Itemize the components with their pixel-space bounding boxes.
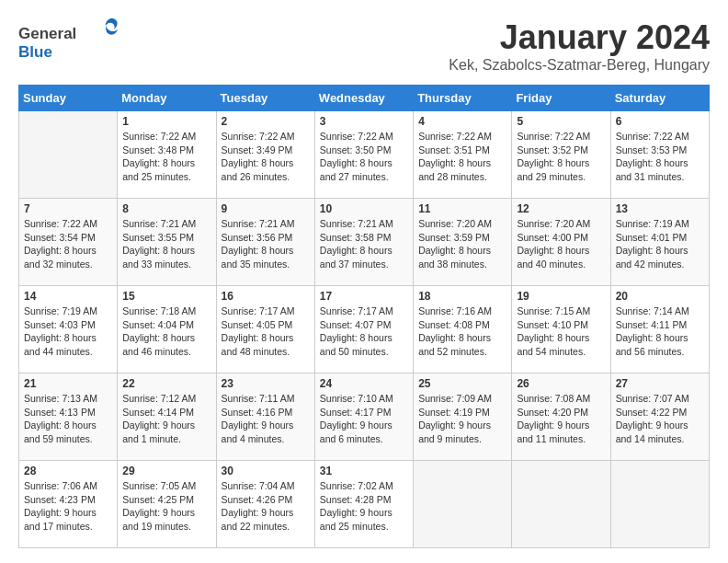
day-info: Sunrise: 7:17 AMSunset: 4:07 PMDaylight:… <box>320 304 408 359</box>
day-info: Sunrise: 7:09 AMSunset: 4:19 PMDaylight:… <box>418 392 506 446</box>
day-number: 6 <box>616 115 704 128</box>
day-number: 29 <box>122 465 210 477</box>
calendar-cell: 18Sunrise: 7:16 AMSunset: 4:08 PMDayligh… <box>414 286 512 373</box>
calendar-cell: 26Sunrise: 7:08 AMSunset: 4:20 PMDayligh… <box>512 373 610 461</box>
page-header: General Blue January 2024 Kek, Szabolcs-… <box>18 18 710 74</box>
calendar-cell <box>19 111 118 199</box>
calendar-cell: 3Sunrise: 7:22 AMSunset: 3:50 PMDaylight… <box>314 111 413 199</box>
weekday-header-cell: Tuesday <box>216 86 314 111</box>
day-number: 1 <box>122 115 210 128</box>
calendar-cell <box>610 461 709 548</box>
day-info: Sunrise: 7:14 AMSunset: 4:11 PMDaylight:… <box>616 304 704 359</box>
calendar-cell: 16Sunrise: 7:17 AMSunset: 4:05 PMDayligh… <box>216 286 314 373</box>
calendar-cell: 30Sunrise: 7:04 AMSunset: 4:26 PMDayligh… <box>216 461 314 548</box>
day-info: Sunrise: 7:22 AMSunset: 3:54 PMDaylight:… <box>24 217 112 271</box>
day-number: 26 <box>517 377 605 390</box>
day-info: Sunrise: 7:22 AMSunset: 3:50 PMDaylight:… <box>320 130 408 184</box>
day-number: 2 <box>222 115 310 128</box>
calendar-cell: 9Sunrise: 7:21 AMSunset: 3:56 PMDaylight… <box>216 199 314 286</box>
calendar-week-row: 28Sunrise: 7:06 AMSunset: 4:23 PMDayligh… <box>19 461 710 548</box>
calendar-cell: 2Sunrise: 7:22 AMSunset: 3:49 PMDaylight… <box>216 111 314 199</box>
calendar-cell: 22Sunrise: 7:12 AMSunset: 4:14 PMDayligh… <box>118 373 216 461</box>
calendar-cell: 27Sunrise: 7:07 AMSunset: 4:22 PMDayligh… <box>610 373 709 461</box>
day-number: 19 <box>517 290 605 303</box>
day-number: 4 <box>418 115 506 128</box>
day-info: Sunrise: 7:06 AMSunset: 4:23 PMDaylight:… <box>24 479 112 534</box>
calendar-cell: 31Sunrise: 7:02 AMSunset: 4:28 PMDayligh… <box>314 461 413 548</box>
day-info: Sunrise: 7:16 AMSunset: 4:08 PMDaylight:… <box>418 304 506 359</box>
day-info: Sunrise: 7:17 AMSunset: 4:05 PMDaylight:… <box>222 304 310 359</box>
calendar-cell <box>512 461 610 548</box>
calendar-cell: 24Sunrise: 7:10 AMSunset: 4:17 PMDayligh… <box>314 373 413 461</box>
day-number: 11 <box>418 202 506 215</box>
weekday-header-row: SundayMondayTuesdayWednesdayThursdayFrid… <box>19 86 710 111</box>
day-info: Sunrise: 7:22 AMSunset: 3:52 PMDaylight:… <box>517 130 605 184</box>
weekday-header-cell: Saturday <box>610 86 709 111</box>
calendar-cell: 25Sunrise: 7:09 AMSunset: 4:19 PMDayligh… <box>414 373 512 461</box>
day-info: Sunrise: 7:07 AMSunset: 4:22 PMDaylight:… <box>616 392 704 446</box>
calendar-week-row: 21Sunrise: 7:13 AMSunset: 4:13 PMDayligh… <box>19 373 710 461</box>
day-info: Sunrise: 7:20 AMSunset: 3:59 PMDaylight:… <box>418 217 506 271</box>
day-info: Sunrise: 7:08 AMSunset: 4:20 PMDaylight:… <box>517 392 605 446</box>
day-info: Sunrise: 7:19 AMSunset: 4:01 PMDaylight:… <box>616 217 704 271</box>
svg-text:Blue: Blue <box>18 43 52 61</box>
day-info: Sunrise: 7:21 AMSunset: 3:56 PMDaylight:… <box>222 217 310 271</box>
weekday-header-cell: Wednesday <box>314 86 413 111</box>
day-number: 21 <box>24 377 112 390</box>
calendar-cell: 29Sunrise: 7:05 AMSunset: 4:25 PMDayligh… <box>118 461 216 548</box>
day-info: Sunrise: 7:13 AMSunset: 4:13 PMDaylight:… <box>24 392 112 446</box>
calendar-cell: 28Sunrise: 7:06 AMSunset: 4:23 PMDayligh… <box>19 461 118 548</box>
day-info: Sunrise: 7:22 AMSunset: 3:51 PMDaylight:… <box>418 130 506 184</box>
logo: General Blue <box>18 18 119 64</box>
day-info: Sunrise: 7:02 AMSunset: 4:28 PMDaylight:… <box>320 479 408 534</box>
day-number: 16 <box>222 290 310 303</box>
calendar-cell: 17Sunrise: 7:17 AMSunset: 4:07 PMDayligh… <box>314 286 413 373</box>
day-info: Sunrise: 7:04 AMSunset: 4:26 PMDaylight:… <box>222 479 310 534</box>
calendar-cell: 20Sunrise: 7:14 AMSunset: 4:11 PMDayligh… <box>610 286 709 373</box>
day-number: 12 <box>517 202 605 215</box>
svg-text:General: General <box>18 25 76 42</box>
day-info: Sunrise: 7:15 AMSunset: 4:10 PMDaylight:… <box>517 304 605 359</box>
calendar-cell: 21Sunrise: 7:13 AMSunset: 4:13 PMDayligh… <box>19 373 118 461</box>
day-info: Sunrise: 7:11 AMSunset: 4:16 PMDaylight:… <box>222 392 310 446</box>
calendar-body: 1Sunrise: 7:22 AMSunset: 3:48 PMDaylight… <box>19 111 710 548</box>
calendar-cell: 5Sunrise: 7:22 AMSunset: 3:52 PMDaylight… <box>512 111 610 199</box>
weekday-header-cell: Sunday <box>19 86 118 111</box>
day-info: Sunrise: 7:18 AMSunset: 4:04 PMDaylight:… <box>122 304 210 359</box>
logo-svg: General Blue <box>18 18 119 64</box>
calendar-cell: 13Sunrise: 7:19 AMSunset: 4:01 PMDayligh… <box>610 199 709 286</box>
day-info: Sunrise: 7:12 AMSunset: 4:14 PMDaylight:… <box>122 392 210 446</box>
day-number: 7 <box>24 202 112 215</box>
day-number: 27 <box>616 377 704 390</box>
day-info: Sunrise: 7:10 AMSunset: 4:17 PMDaylight:… <box>320 392 408 446</box>
calendar-cell: 4Sunrise: 7:22 AMSunset: 3:51 PMDaylight… <box>414 111 512 199</box>
calendar-cell <box>414 461 512 548</box>
calendar-table: SundayMondayTuesdayWednesdayThursdayFrid… <box>18 85 710 548</box>
day-number: 15 <box>122 290 210 303</box>
day-number: 17 <box>320 290 408 303</box>
day-number: 30 <box>222 465 310 477</box>
day-number: 9 <box>222 202 310 215</box>
calendar-cell: 14Sunrise: 7:19 AMSunset: 4:03 PMDayligh… <box>19 286 118 373</box>
calendar-cell: 15Sunrise: 7:18 AMSunset: 4:04 PMDayligh… <box>118 286 216 373</box>
day-number: 25 <box>418 377 506 390</box>
calendar-cell: 11Sunrise: 7:20 AMSunset: 3:59 PMDayligh… <box>414 199 512 286</box>
day-number: 22 <box>122 377 210 390</box>
calendar-week-row: 7Sunrise: 7:22 AMSunset: 3:54 PMDaylight… <box>19 199 710 286</box>
day-number: 13 <box>616 202 704 215</box>
day-info: Sunrise: 7:21 AMSunset: 3:58 PMDaylight:… <box>320 217 408 271</box>
location-title: Kek, Szabolcs-Szatmar-Bereg, Hungary <box>449 57 710 74</box>
day-number: 28 <box>24 465 112 477</box>
calendar-cell: 12Sunrise: 7:20 AMSunset: 4:00 PMDayligh… <box>512 199 610 286</box>
calendar-cell: 8Sunrise: 7:21 AMSunset: 3:55 PMDaylight… <box>118 199 216 286</box>
calendar-cell: 6Sunrise: 7:22 AMSunset: 3:53 PMDaylight… <box>610 111 709 199</box>
day-number: 23 <box>222 377 310 390</box>
calendar-cell: 23Sunrise: 7:11 AMSunset: 4:16 PMDayligh… <box>216 373 314 461</box>
day-number: 10 <box>320 202 408 215</box>
day-info: Sunrise: 7:22 AMSunset: 3:53 PMDaylight:… <box>616 130 704 184</box>
day-info: Sunrise: 7:19 AMSunset: 4:03 PMDaylight:… <box>24 304 112 359</box>
weekday-header-cell: Thursday <box>414 86 512 111</box>
calendar-week-row: 14Sunrise: 7:19 AMSunset: 4:03 PMDayligh… <box>19 286 710 373</box>
day-info: Sunrise: 7:22 AMSunset: 3:48 PMDaylight:… <box>122 130 210 184</box>
day-number: 18 <box>418 290 506 303</box>
